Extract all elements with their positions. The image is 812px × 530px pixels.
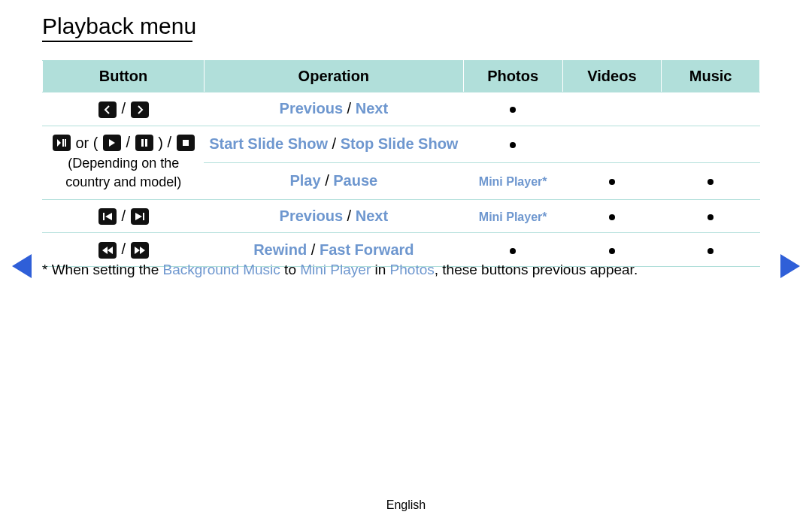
table-row: / Previous / Next xyxy=(43,92,760,126)
nav-prev-icon[interactable] xyxy=(12,254,32,278)
page-title: Playback menu xyxy=(42,14,196,41)
svg-marker-3 xyxy=(109,139,115,147)
separator: / xyxy=(167,134,175,150)
cell-music-r5 xyxy=(662,233,760,267)
cell-op-r3: Play / Pause xyxy=(204,162,463,199)
svg-marker-9 xyxy=(135,213,142,220)
op-label: Play xyxy=(289,172,320,189)
svg-rect-2 xyxy=(65,139,66,147)
svg-marker-14 xyxy=(140,247,145,254)
bullet-icon xyxy=(707,214,714,220)
cell-videos-r3 xyxy=(562,162,662,199)
separator: / xyxy=(121,100,129,117)
cell-photos-r3: Mini Player* xyxy=(463,162,562,199)
table-header-row: Button Operation Photos Videos Music xyxy=(43,61,760,92)
cell-videos-r4 xyxy=(562,199,662,233)
op-label: Previous xyxy=(280,100,343,117)
svg-marker-0 xyxy=(57,139,61,147)
cell-music-r4 xyxy=(662,199,760,233)
op-label: Fast Forward xyxy=(320,241,414,258)
footnote-text: , these buttons previous appear. xyxy=(435,262,638,277)
separator: / xyxy=(121,207,129,224)
header-button: Button xyxy=(43,61,205,92)
separator: / xyxy=(307,241,320,258)
footer-language: English xyxy=(0,498,812,512)
bullet-icon xyxy=(707,179,714,185)
cell-button-r4: / xyxy=(43,199,205,233)
footnote-text: in xyxy=(371,262,389,277)
separator: / xyxy=(343,100,356,117)
separator: / xyxy=(343,207,356,224)
footnote-mini: Mini Player xyxy=(300,262,371,277)
play-pause-icon xyxy=(53,135,71,151)
cell-button-r1: / xyxy=(43,92,205,126)
bullet-icon xyxy=(510,248,516,254)
header-videos: Videos xyxy=(562,61,662,92)
cell-photos-r4: Mini Player* xyxy=(463,199,562,233)
footnote-photos: Photos xyxy=(390,262,435,277)
svg-rect-7 xyxy=(103,213,105,220)
fast-forward-icon xyxy=(131,242,149,259)
svg-rect-5 xyxy=(145,139,147,147)
footnote-text: * When setting the xyxy=(42,262,163,277)
title-underline xyxy=(42,41,192,42)
cell-button-r2: or ( / ) / xyxy=(43,126,205,199)
svg-rect-1 xyxy=(62,139,64,147)
table-row: or ( / ) / xyxy=(43,126,760,162)
cell-photos-r1 xyxy=(463,92,562,126)
cell-music-r2 xyxy=(662,126,760,162)
chevron-left-icon xyxy=(98,101,117,118)
footnote: * When setting the Background Music to M… xyxy=(42,262,638,278)
cell-music-r3 xyxy=(662,162,760,199)
cell-videos-r1 xyxy=(562,92,662,126)
or-label: or xyxy=(75,135,92,151)
footnote-text: to xyxy=(280,262,300,277)
svg-marker-8 xyxy=(105,213,112,220)
bullet-icon xyxy=(609,248,615,254)
footnote-bg-music: Background Music xyxy=(163,262,280,277)
separator: / xyxy=(121,241,129,257)
op-label: Next xyxy=(356,100,388,117)
svg-rect-10 xyxy=(143,213,144,220)
skip-previous-icon xyxy=(98,208,117,225)
bullet-icon xyxy=(510,142,516,148)
nav-next-icon[interactable] xyxy=(780,254,800,278)
header-photos: Photos xyxy=(463,61,562,92)
op-label: Pause xyxy=(333,172,377,189)
bullet-icon xyxy=(510,107,516,113)
header-operation: Operation xyxy=(204,61,463,92)
op-label: Rewind xyxy=(253,241,307,258)
skip-next-icon xyxy=(131,208,149,225)
cell-op-r4: Previous / Next xyxy=(204,199,463,233)
svg-marker-12 xyxy=(108,247,113,254)
svg-rect-6 xyxy=(183,140,189,146)
mini-player-label: Mini Player* xyxy=(479,210,547,223)
separator: / xyxy=(328,135,341,152)
op-label: Start Slide Show xyxy=(209,135,328,152)
button-note-line1: (Depending on the xyxy=(47,155,199,172)
op-label: Stop Slide Show xyxy=(341,135,459,152)
close-paren: ) xyxy=(158,135,167,151)
table-row: / Previous / Next Mini Player* xyxy=(43,199,760,233)
open-paren: ( xyxy=(93,135,102,151)
svg-marker-11 xyxy=(102,247,108,254)
cell-videos-r2 xyxy=(562,126,662,162)
svg-rect-4 xyxy=(141,139,144,147)
rewind-icon xyxy=(98,242,117,259)
cell-photos-r2 xyxy=(463,126,562,162)
cell-op-r1: Previous / Next xyxy=(204,92,463,126)
cell-music-r1 xyxy=(662,92,760,126)
op-label: Next xyxy=(356,207,388,224)
op-label: Previous xyxy=(280,207,343,224)
button-note-line2: country and model) xyxy=(47,174,199,191)
bullet-icon xyxy=(707,248,714,254)
pause-icon xyxy=(135,135,153,151)
separator: / xyxy=(321,172,334,189)
playback-table: Button Operation Photos Videos Music / xyxy=(42,60,760,267)
mini-player-label: Mini Player* xyxy=(479,175,547,188)
play-icon xyxy=(103,135,121,151)
bullet-icon xyxy=(609,179,615,185)
stop-icon xyxy=(177,135,195,151)
bullet-icon xyxy=(609,214,615,220)
chevron-right-icon xyxy=(131,101,149,118)
